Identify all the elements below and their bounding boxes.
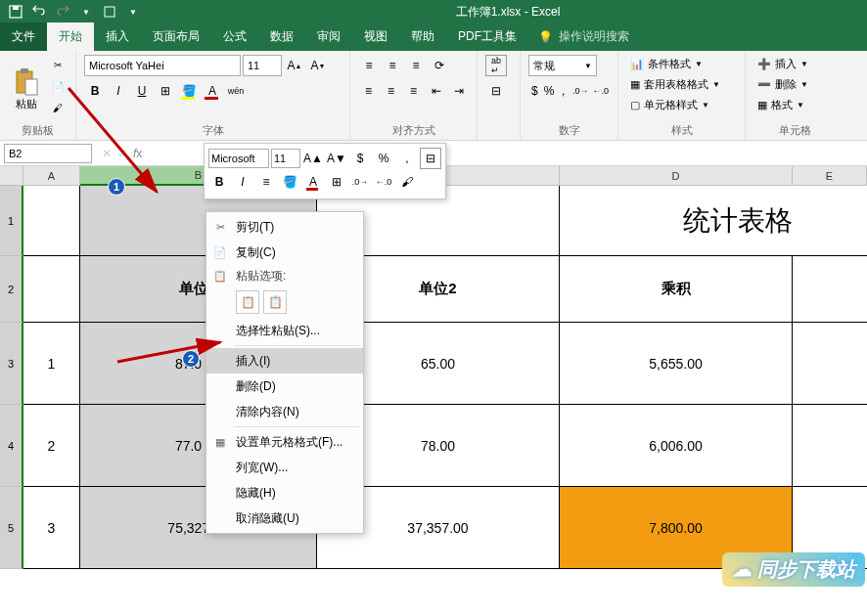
val-b4: 77.0 (175, 438, 202, 454)
cell-e2[interactable] (793, 256, 867, 323)
tab-home[interactable]: 开始 (47, 22, 94, 51)
comma-button[interactable]: , (557, 80, 570, 102)
conditional-format-button[interactable]: 📊条件格式▼ (626, 55, 737, 73)
mini-italic[interactable]: I (232, 171, 253, 193)
tab-pdf[interactable]: PDF工具集 (446, 22, 528, 51)
qat-more-icon[interactable]: ▼ (125, 4, 141, 20)
font-size-combo[interactable] (243, 55, 282, 76)
cell-a3[interactable]: 1 (23, 323, 80, 405)
row-header-1[interactable]: 1 (0, 186, 23, 256)
cell-d2[interactable]: 乘积 (560, 256, 793, 323)
tab-formula[interactable]: 公式 (211, 22, 258, 51)
row-header-3[interactable]: 3 (0, 323, 23, 405)
mini-align[interactable]: ≡ (255, 171, 277, 193)
increase-font-button[interactable]: A▲ (284, 55, 305, 76)
mini-increase-font[interactable]: A▲ (302, 148, 324, 169)
mini-fill[interactable]: 🪣 (279, 171, 300, 193)
cell-e1[interactable] (793, 186, 867, 256)
align-left-button[interactable]: ≡ (358, 80, 379, 102)
tell-me-search[interactable]: 💡 操作说明搜索 (528, 22, 639, 51)
redo-icon[interactable] (55, 4, 70, 20)
mini-dec2[interactable]: ←.0 (373, 171, 394, 193)
styles-group-label: 样式 (626, 123, 737, 138)
align-top-button[interactable]: ≡ (358, 55, 380, 76)
wrap-text-button[interactable]: ab↵ (485, 55, 507, 76)
cm-hide[interactable]: 隐藏(H) (206, 480, 363, 506)
tab-layout[interactable]: 页面布局 (141, 22, 211, 51)
paste-button[interactable]: 粘贴 (8, 55, 44, 123)
row-header-5[interactable]: 5 (0, 487, 23, 569)
tab-file[interactable]: 文件 (0, 22, 47, 51)
col-header-e[interactable]: E (793, 166, 867, 186)
phonetic-button[interactable]: wén (225, 80, 247, 102)
merge-button[interactable]: ⊟ (485, 80, 507, 102)
increase-decimal-button[interactable]: .0→ (571, 80, 590, 102)
mini-merge[interactable]: ⊟ (420, 148, 441, 169)
mini-painter[interactable]: 🖌 (396, 171, 418, 193)
decrease-font-button[interactable]: A▼ (307, 55, 329, 76)
align-bottom-button[interactable]: ≡ (405, 55, 427, 76)
decrease-decimal-button[interactable]: ←.0 (591, 80, 610, 102)
cell-a4[interactable]: 2 (23, 405, 80, 487)
cm-clear[interactable]: 清除内容(N) (206, 399, 363, 424)
indent-decrease-button[interactable]: ⇤ (426, 80, 446, 102)
group-wrap: ab↵ ⊟ (478, 51, 521, 140)
mini-size-combo[interactable] (271, 149, 300, 168)
tab-view[interactable]: 视图 (352, 22, 399, 51)
cell-e3[interactable] (793, 323, 867, 405)
cell-title[interactable]: 统计表格 (560, 186, 793, 256)
save-icon[interactable] (8, 4, 23, 20)
mini-dec1[interactable]: .0→ (349, 171, 371, 193)
hdr-unit1: 单位 (179, 280, 208, 298)
paste-option-2[interactable]: 📋 (263, 290, 287, 314)
cell-a2[interactable] (23, 256, 80, 323)
group-number: 常规▼ $ % , .0→ ←.0 数字 (521, 51, 618, 140)
align-center-button[interactable]: ≡ (381, 80, 401, 102)
print-preview-icon[interactable] (102, 4, 117, 20)
indent-increase-button[interactable]: ⇥ (448, 80, 469, 102)
row-header-4[interactable]: 4 (0, 405, 23, 487)
format-icon: ▦ (757, 99, 767, 111)
font-name-combo[interactable] (84, 55, 241, 76)
qat-dropdown-icon[interactable]: ▼ (78, 4, 94, 20)
tab-insert[interactable]: 插入 (94, 22, 141, 51)
cm-cut[interactable]: ✂剪切(T) (206, 214, 363, 240)
mini-currency[interactable]: $ (349, 148, 371, 169)
align-group-label: 对齐方式 (358, 123, 469, 138)
tab-review[interactable]: 审阅 (305, 22, 352, 51)
number-format-combo[interactable]: 常规▼ (528, 55, 597, 76)
select-all-corner[interactable] (0, 166, 23, 186)
cm-unhide[interactable]: 取消隐藏(U) (206, 506, 363, 531)
insert-cells-button[interactable]: ➕插入▼ (753, 55, 836, 73)
mini-border[interactable]: ⊞ (326, 171, 347, 193)
cell-e4[interactable] (793, 405, 867, 487)
cm-colwidth[interactable]: 列宽(W)... (206, 455, 363, 480)
col-header-d[interactable]: D (560, 166, 793, 186)
mini-percent[interactable]: % (373, 148, 394, 169)
format-cells-button[interactable]: ▦格式▼ (753, 96, 836, 114)
align-middle-button[interactable]: ≡ (382, 55, 403, 76)
mini-font-color[interactable]: A (302, 171, 324, 193)
cell-a5[interactable]: 3 (23, 487, 80, 569)
cell-d3[interactable]: 5,655.00 (560, 323, 793, 405)
cm-copy[interactable]: 📄复制(C) (206, 240, 363, 265)
orientation-button[interactable]: ⟳ (429, 55, 450, 76)
cm-format-cells[interactable]: ▦设置单元格格式(F)... (206, 429, 363, 455)
tab-help[interactable]: 帮助 (399, 22, 446, 51)
delete-cells-button[interactable]: ➖删除▼ (753, 75, 836, 94)
percent-button[interactable]: % (543, 80, 556, 102)
cell-style-button[interactable]: ▢单元格样式▼ (626, 96, 737, 114)
currency-button[interactable]: $ (528, 80, 541, 102)
context-menu: ✂剪切(T) 📄复制(C) 📋粘贴选项: 📋 📋 选择性粘贴(S)... 插入(… (205, 211, 364, 534)
paste-option-1[interactable]: 📋 (236, 290, 259, 314)
mini-comma[interactable]: , (396, 148, 418, 169)
cut-button[interactable]: ✂ (48, 55, 68, 74)
undo-icon[interactable] (31, 4, 47, 20)
row-header-2[interactable]: 2 (0, 256, 23, 323)
tab-data[interactable]: 数据 (258, 22, 305, 51)
cell-d4[interactable]: 6,006.00 (560, 405, 793, 487)
mini-decrease-font[interactable]: A▼ (326, 148, 347, 169)
table-format-button[interactable]: ▦套用表格格式▼ (626, 75, 737, 94)
align-right-button[interactable]: ≡ (403, 80, 424, 102)
cm-delete[interactable]: 删除(D) (206, 374, 363, 399)
